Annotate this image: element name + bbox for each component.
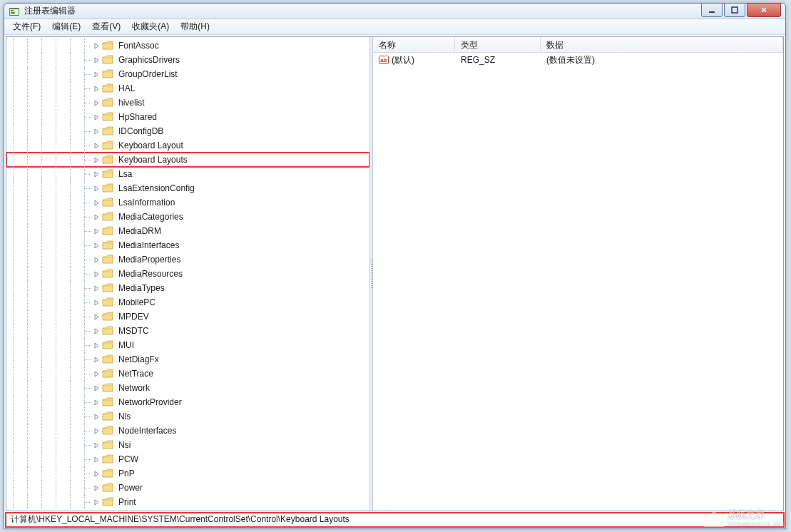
tree-item[interactable]: HAL xyxy=(6,81,369,96)
tree-item[interactable]: MSDTC xyxy=(6,324,369,338)
tree-item-label: FontAssoc xyxy=(116,40,161,51)
chevron-right-icon[interactable] xyxy=(92,184,101,193)
tree-item[interactable]: Nsi xyxy=(6,438,369,452)
tree-item[interactable]: MediaDRM xyxy=(6,224,369,238)
chevron-right-icon[interactable] xyxy=(92,84,101,93)
chevron-right-icon[interactable] xyxy=(92,198,101,207)
tree-item[interactable]: IDConfigDB xyxy=(6,124,369,138)
tree-item-label: MUI xyxy=(116,339,136,351)
chevron-right-icon[interactable] xyxy=(92,398,101,406)
tree-item-label: HpShared xyxy=(116,111,159,123)
tree-item[interactable]: Print xyxy=(6,495,369,509)
chevron-right-icon[interactable] xyxy=(92,284,101,292)
close-button[interactable] xyxy=(747,3,781,17)
tree-item-label: MediaProperties xyxy=(116,254,183,265)
minimize-button[interactable] xyxy=(701,3,723,17)
chevron-right-icon[interactable] xyxy=(92,41,101,50)
folder-icon xyxy=(102,183,113,193)
tree-item-label: LsaExtensionConfig xyxy=(116,183,197,194)
menu-view[interactable]: 查看(V) xyxy=(86,19,126,34)
menu-file[interactable]: 文件(F) xyxy=(7,19,46,34)
tree-item-label: NetTrace xyxy=(116,368,155,379)
chevron-right-icon[interactable] xyxy=(92,141,101,150)
col-header-name[interactable]: 名称 xyxy=(373,37,455,52)
tree-item[interactable]: PCW xyxy=(6,452,369,466)
tree-item[interactable]: MediaTypes xyxy=(6,281,369,295)
tree-item-label: MobilePC xyxy=(116,297,158,308)
tree-item[interactable]: LsaInformation xyxy=(6,195,369,210)
tree-item[interactable]: LsaExtensionConfig xyxy=(6,181,369,195)
folder-icon xyxy=(102,354,113,364)
splitter[interactable] xyxy=(369,37,373,511)
chevron-right-icon[interactable] xyxy=(92,455,101,464)
chevron-right-icon[interactable] xyxy=(92,498,101,506)
tree-item[interactable]: Power xyxy=(6,481,369,495)
chevron-right-icon[interactable] xyxy=(92,241,101,250)
tree-item[interactable]: GroupOrderList xyxy=(6,67,369,81)
tree-item[interactable]: NetTrace xyxy=(6,367,369,381)
chevron-right-icon[interactable] xyxy=(92,484,101,492)
chevron-right-icon[interactable] xyxy=(92,155,101,164)
folder-icon xyxy=(102,126,113,136)
chevron-right-icon[interactable] xyxy=(92,127,101,135)
chevron-right-icon[interactable] xyxy=(92,441,101,449)
chevron-right-icon[interactable] xyxy=(92,426,101,435)
chevron-right-icon[interactable] xyxy=(92,227,101,235)
tree-item-label: NetDiagFx xyxy=(116,354,161,365)
tree-item[interactable]: Nls xyxy=(6,409,369,424)
folder-icon xyxy=(102,483,113,493)
folder-icon xyxy=(102,411,113,421)
tree-item[interactable]: GraphicsDrivers xyxy=(6,53,369,67)
tree-item[interactable]: MediaResources xyxy=(6,267,369,281)
chevron-right-icon[interactable] xyxy=(92,355,101,364)
chevron-right-icon[interactable] xyxy=(92,270,101,278)
folder-icon xyxy=(102,169,113,179)
values-rows: (默认)REG_SZ(数值未设置) xyxy=(373,53,783,67)
chevron-right-icon[interactable] xyxy=(92,56,101,64)
col-header-type[interactable]: 类型 xyxy=(455,37,541,52)
tree-item[interactable]: MUI xyxy=(6,338,369,352)
col-header-data[interactable]: 数据 xyxy=(541,37,783,52)
value-row[interactable]: (默认)REG_SZ(数值未设置) xyxy=(373,53,783,67)
tree-item[interactable]: hivelist xyxy=(6,96,369,110)
chevron-right-icon[interactable] xyxy=(92,170,101,178)
tree-item[interactable]: Keyboard Layout xyxy=(6,138,369,153)
tree-item[interactable]: Lsa xyxy=(6,167,369,181)
chevron-right-icon[interactable] xyxy=(92,469,101,478)
chevron-right-icon[interactable] xyxy=(92,70,101,78)
chevron-right-icon[interactable] xyxy=(92,412,101,421)
menu-favorites[interactable]: 收藏夹(A) xyxy=(126,19,175,34)
tree-item[interactable]: NodeInterfaces xyxy=(6,424,369,438)
tree-item[interactable]: NetworkProvider xyxy=(6,395,369,409)
chevron-right-icon[interactable] xyxy=(92,341,101,349)
chevron-right-icon[interactable] xyxy=(92,312,101,321)
tree-item[interactable]: Network xyxy=(6,381,369,395)
menu-edit[interactable]: 编辑(E) xyxy=(46,19,86,34)
chevron-right-icon[interactable] xyxy=(92,113,101,121)
chevron-right-icon[interactable] xyxy=(92,98,101,107)
tree-item[interactable]: MPDEV xyxy=(6,310,369,324)
tree-item[interactable]: NetDiagFx xyxy=(6,352,369,367)
folder-icon xyxy=(102,112,113,122)
menu-help[interactable]: 帮助(H) xyxy=(175,19,215,34)
tree-item-label: GraphicsDrivers xyxy=(116,54,182,66)
chevron-right-icon[interactable] xyxy=(92,369,101,378)
tree-item[interactable]: FontAssoc xyxy=(6,39,369,53)
tree-item[interactable]: MediaCategories xyxy=(6,210,369,224)
titlebar[interactable]: 注册表编辑器 xyxy=(4,4,785,19)
tree-item[interactable]: Keyboard Layouts xyxy=(6,153,369,167)
tree-item[interactable]: MobilePC xyxy=(6,295,369,310)
tree-item[interactable]: HpShared xyxy=(6,110,369,124)
tree-item[interactable]: MediaProperties xyxy=(6,252,369,267)
chevron-right-icon[interactable] xyxy=(92,298,101,307)
chevron-right-icon[interactable] xyxy=(92,255,101,264)
svg-rect-5 xyxy=(732,7,738,13)
tree-pane[interactable]: FontAssocGraphicsDriversGroupOrderListHA… xyxy=(6,37,369,511)
values-pane[interactable]: 名称 类型 数据 (默认)REG_SZ(数值未设置) xyxy=(373,37,783,511)
chevron-right-icon[interactable] xyxy=(92,384,101,392)
tree-item[interactable]: PnP xyxy=(6,466,369,481)
chevron-right-icon[interactable] xyxy=(92,213,101,221)
chevron-right-icon[interactable] xyxy=(92,327,101,335)
tree-item[interactable]: MediaInterfaces xyxy=(6,238,369,252)
maximize-button[interactable] xyxy=(724,3,745,17)
